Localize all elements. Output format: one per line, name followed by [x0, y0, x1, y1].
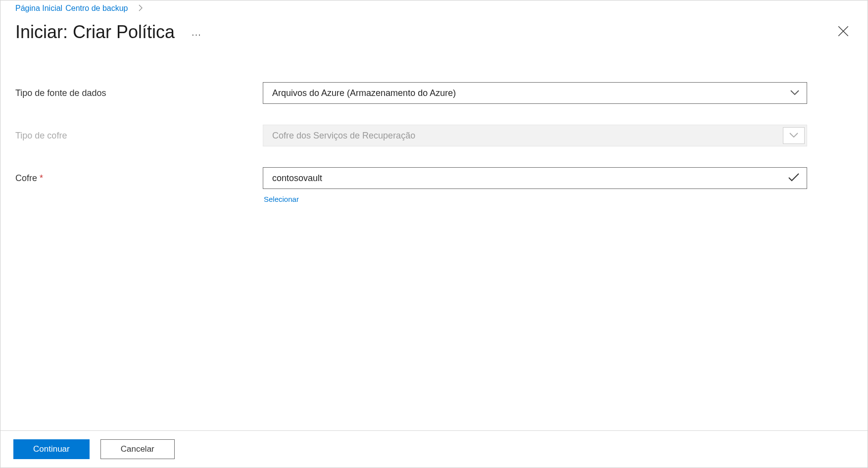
- chevron-down-icon: [789, 131, 799, 141]
- chevron-down-icon: [790, 88, 800, 98]
- cancel-button[interactable]: Cancelar: [100, 439, 175, 459]
- vault-type-value: Cofre dos Serviços de Recuperação: [272, 131, 415, 141]
- vault-select[interactable]: contosovault: [263, 167, 807, 189]
- breadcrumb: Página Inicial Centro de backup: [0, 0, 868, 14]
- datasource-type-row: Tipo de fonte de dados Arquivos do Azure…: [15, 82, 853, 104]
- page-title: Iniciar: Criar Política ···: [15, 22, 201, 43]
- breadcrumb-section-link[interactable]: Centro de backup: [65, 4, 128, 13]
- chevron-right-icon: [139, 4, 143, 13]
- required-asterisk: *: [40, 173, 43, 183]
- vault-type-row: Tipo de cofre Cofre dos Serviços de Recu…: [15, 125, 853, 146]
- datasource-type-select[interactable]: Arquivos do Azure (Armazenamento do Azur…: [263, 82, 807, 104]
- vault-label: Cofre*: [15, 173, 263, 184]
- checkmark-icon: [788, 173, 800, 184]
- page-title-text: Iniciar: Criar Política: [15, 22, 175, 43]
- continue-button[interactable]: Continuar: [13, 439, 90, 459]
- close-icon: [837, 31, 850, 39]
- more-icon[interactable]: ···: [192, 29, 201, 40]
- vault-type-label: Tipo de cofre: [15, 131, 263, 141]
- vault-value: contosovault: [272, 173, 322, 184]
- footer: Continuar Cancelar: [0, 430, 868, 468]
- close-button[interactable]: [834, 22, 853, 43]
- datasource-type-label: Tipo de fonte de dados: [15, 88, 263, 98]
- datasource-type-value: Arquivos do Azure (Armazenamento do Azur…: [272, 88, 456, 98]
- vault-type-select: Cofre dos Serviços de Recuperação: [263, 125, 807, 146]
- vault-row: Cofre* contosovault: [15, 167, 853, 189]
- vault-select-link[interactable]: Selecionar: [263, 195, 299, 203]
- breadcrumb-home-link[interactable]: Página Inicial: [15, 4, 62, 13]
